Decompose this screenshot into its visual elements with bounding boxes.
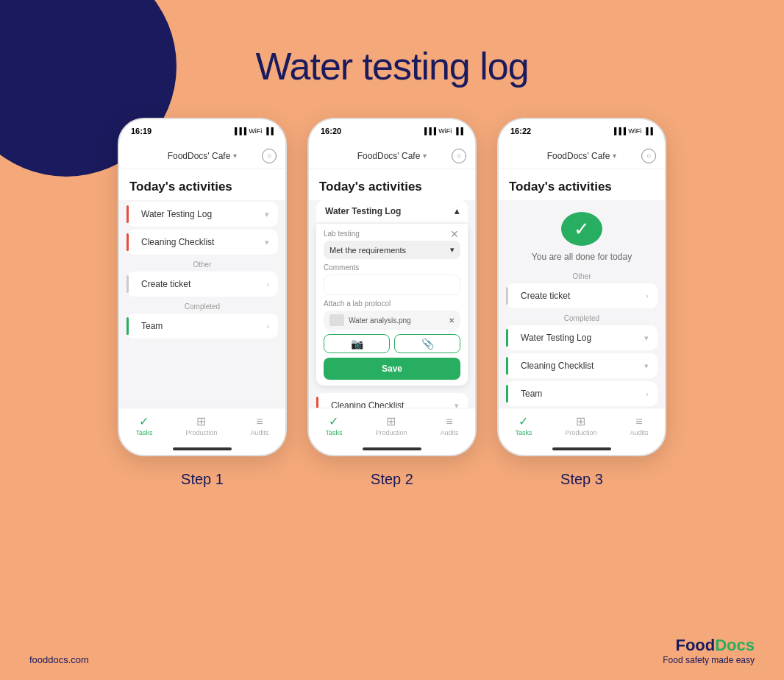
tasks-icon: ✓ [139,416,149,428]
nav-production[interactable]: ⊞ Production [375,416,407,436]
phone-2-status-icons: ▐▐▐ WiFi ▐▐ [422,127,463,135]
phone-2-avatar: ○ [452,149,466,163]
list-item[interactable]: Cleaning Checklist ▾ [126,230,278,255]
phone-1-activities-title: Today's activities [119,169,285,200]
chevron-right-icon: › [266,322,269,330]
production-icon: ⊞ [386,416,396,428]
list-item[interactable]: Water Testing Log ▾ [506,325,658,350]
nav-production[interactable]: ⊞ Production [565,416,596,436]
file-icon [329,314,344,326]
nav-audits-label: Audits [250,429,268,436]
status-bar-indicator [126,205,129,223]
phones-container: 16:19 ▐▐▐ WiFi ▐▐ FoodDocs' Cafe ▾ ○ Tod… [118,118,666,488]
chevron-down-icon: ▾ [265,238,269,247]
phone-2-time: 16:20 [321,127,341,135]
list-item[interactable]: Cleaning Checklist ▾ [506,353,658,378]
lab-testing-label: Lab testing [324,230,460,238]
attach-label: Attach a lab protocol [324,300,460,308]
phone-3-header: FoodDocs' Cafe ▾ ○ [499,143,665,169]
phone-2-notch [370,119,414,130]
brand-docs: Docs [715,636,755,654]
phone-2-bottom-nav: ✓ Tasks ⊞ Production ≡ Audits [309,408,475,443]
tasks-icon: ✓ [518,416,528,428]
status-bar-indicator [126,275,129,293]
brand-name: FoodDocs [663,636,755,655]
completed-section-label: Completed [499,310,665,324]
footer-brand: FoodDocs Food safety made easy [663,636,755,665]
phone-1-cafe-name: FoodDocs' Cafe ▾ [168,151,238,161]
modal-close-icon[interactable]: ✕ [450,228,459,240]
audits-icon: ≡ [446,416,452,428]
chevron-right-icon: › [646,291,649,300]
phone-1: 16:19 ▐▐▐ WiFi ▐▐ FoodDocs' Cafe ▾ ○ Tod… [118,118,287,456]
phone-1-avatar: ○ [262,149,277,163]
item-label: Water Testing Log [141,209,265,219]
cafe-chevron-icon: ▾ [613,152,616,160]
phone-3-notch [560,119,604,130]
phone-1-time: 16:19 [131,127,152,135]
status-bar-indicator [506,385,508,403]
signal-icon: ▐▐▐ [232,127,246,135]
modal-select[interactable]: Met the requirements ▾ [324,241,460,259]
wifi-icon: WiFi [249,127,262,135]
item-label: Cleaning Checklist [331,400,455,408]
chevron-down-icon: ▾ [455,401,459,408]
nav-audits-label: Audits [630,429,648,436]
footer: fooddocs.com FoodDocs Food safety made e… [0,636,784,665]
camera-icon: 📷 [351,338,363,350]
save-button[interactable]: Save [324,358,460,380]
attach-button[interactable]: 📎 [394,334,460,353]
item-label: Water Testing Log [521,333,644,343]
phone-3-avatar: ○ [641,149,656,163]
list-item[interactable]: Water Testing Log ▾ [126,202,278,227]
cafe-chevron-icon: ▾ [423,152,427,160]
phone-3-time: 16:22 [510,127,531,135]
water-testing-modal: ✕ Lab testing Met the requirements ▾ Com… [316,224,468,386]
expanded-item-header[interactable]: Water Testing Log ▴ [316,200,468,222]
cafe-chevron-icon: ▾ [233,152,237,160]
nav-tasks[interactable]: ✓ Tasks [325,416,342,436]
home-bar [363,447,421,450]
battery-icon: ▐▐ [264,127,274,135]
status-bar-indicator [126,317,129,335]
nav-audits-label: Audits [440,429,458,436]
nav-audits[interactable]: ≡ Audits [440,416,458,436]
phone-1-wrapper: 16:19 ▐▐▐ WiFi ▐▐ FoodDocs' Cafe ▾ ○ Tod… [118,118,287,488]
phone-3-status-icons: ▐▐▐ WiFi ▐▐ [612,127,653,135]
comments-input[interactable] [324,275,460,295]
remove-file-icon[interactable]: ✕ [449,316,455,325]
list-item[interactable]: Create ticket › [126,272,278,297]
other-section-label: Other [499,268,665,282]
nav-production[interactable]: ⊞ Production [185,416,217,436]
list-item[interactable]: Team › [126,314,278,339]
phone-1-status-icons: ▐▐▐ WiFi ▐▐ [232,127,274,135]
nav-production-label: Production [185,429,217,436]
phone-2-status-bar: 16:20 ▐▐▐ WiFi ▐▐ [309,119,475,143]
attached-file: Water analysis.png ✕ [324,311,460,330]
phone-3-bottom-nav: ✓ Tasks ⊞ Production ≡ Audits [499,408,665,443]
nav-audits[interactable]: ≡ Audits [250,416,268,436]
nav-tasks[interactable]: ✓ Tasks [515,416,532,436]
list-item[interactable]: Cleaning Checklist ▾ [316,393,468,408]
success-message: You are all done for today [499,252,665,262]
chevron-right-icon: › [266,280,269,288]
status-bar-indicator [506,287,508,305]
brand-tagline: Food safety made easy [663,655,755,665]
chevron-down-icon: ▾ [644,333,649,343]
phone-3-cafe-name: FoodDocs' Cafe ▾ [547,151,617,161]
comments-label: Comments [324,263,460,272]
audits-icon: ≡ [256,416,263,428]
nav-tasks[interactable]: ✓ Tasks [135,416,152,436]
expanded-item-title: Water Testing Log [325,206,401,216]
list-item[interactable]: Create ticket › [506,283,658,308]
wifi-icon: WiFi [438,127,452,135]
phone-2-header: FoodDocs' Cafe ▾ ○ [309,143,475,169]
status-bar-indicator [506,329,508,347]
audits-icon: ≡ [635,416,642,428]
camera-button[interactable]: 📷 [324,334,390,353]
phone-3-content: Today's activities ✓ You are all done fo… [499,169,665,408]
expanded-chevron-up-icon: ▴ [455,206,459,216]
list-item[interactable]: Team › [506,381,658,406]
nav-audits[interactable]: ≡ Audits [630,416,648,436]
phone-2-wrapper: 16:20 ▐▐▐ WiFi ▐▐ FoodDocs' Cafe ▾ ○ Tod… [307,118,477,488]
